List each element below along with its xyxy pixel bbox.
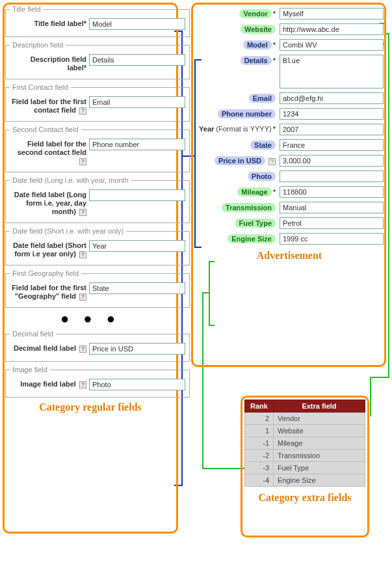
- fieldset-legend: Date field (Short i.e. with year only): [10, 227, 126, 235]
- adv-row-13: Engine Size: [195, 233, 384, 245]
- category-extra-fields-panel: RankExtra field2Vendor1Website-1Mileage-…: [244, 400, 365, 504]
- help-icon[interactable]: ?: [268, 158, 276, 165]
- table-header: Extra field: [274, 400, 365, 413]
- category-regular-fields-panel: Title fieldTitle field label*Description…: [5, 5, 176, 413]
- table-row: -4Engine Size: [245, 474, 365, 487]
- rank-cell: 1: [245, 425, 274, 437]
- field-input[interactable]: [89, 54, 185, 66]
- adv-input[interactable]: [280, 92, 384, 104]
- help-icon[interactable]: ?: [79, 209, 86, 216]
- table-row: 1Website: [245, 425, 365, 437]
- fieldset-legend: Description field: [10, 41, 66, 49]
- adv-row-12: Fuel Type: [195, 217, 384, 229]
- fieldset-6: First Geography fieldField label for the…: [5, 269, 190, 308]
- adv-input[interactable]: [280, 202, 384, 213]
- table-row: -1Mileage: [245, 437, 365, 450]
- rank-cell: -1: [245, 437, 274, 450]
- adv-row-5: Phone number: [195, 108, 384, 120]
- adv-label: State: [195, 139, 276, 150]
- adv-input[interactable]: [280, 233, 384, 245]
- rank-cell: -3: [245, 462, 274, 474]
- field-label: Decimal field label ?: [10, 343, 86, 353]
- adv-input[interactable]: [280, 124, 384, 135]
- adv-input[interactable]: [280, 23, 384, 35]
- field-label: Title field label*: [10, 18, 86, 28]
- help-icon[interactable]: ?: [79, 293, 86, 301]
- fieldset-legend: Second Contact field: [10, 126, 81, 133]
- adv-input[interactable]: [280, 39, 384, 51]
- field-input[interactable]: [89, 379, 185, 390]
- fieldset-7: Decimal fieldDecimal field label ?: [5, 330, 190, 362]
- adv-label: Fuel Type: [195, 217, 276, 228]
- field-label: Date field label (Long form i.e. year, d…: [10, 189, 86, 216]
- adv-label: Website: [195, 23, 276, 34]
- fieldset-8: Image fieldImage field label ?: [5, 366, 190, 398]
- fieldset-4: Date field (Long i.e. with year, monthDa…: [5, 176, 190, 223]
- adv-label: Mileage*: [195, 186, 276, 197]
- help-icon[interactable]: ?: [79, 346, 86, 353]
- field-input[interactable]: [89, 240, 185, 252]
- adv-label: Engine Size: [195, 233, 276, 243]
- fieldset-5: Date field (Short i.e. with year only)Da…: [5, 227, 190, 265]
- adv-label: Phone number: [195, 108, 276, 118]
- fieldset-legend: Date field (Long i.e. with year, month: [10, 176, 131, 184]
- table-row: 2Vendor: [245, 413, 365, 425]
- extra-fields-caption: Category extra fields: [244, 492, 365, 504]
- adv-row-8: Price in USD ?: [195, 155, 384, 167]
- field-label: Description field label*: [10, 54, 86, 72]
- ellipsis-dots: ● ● ●: [5, 310, 176, 327]
- adv-input[interactable]: [280, 8, 384, 20]
- adv-input[interactable]: [280, 186, 384, 198]
- help-icon[interactable]: ?: [79, 158, 86, 165]
- field-input[interactable]: [89, 189, 185, 201]
- name-cell: Engine Size: [274, 474, 365, 487]
- adv-row-7: State: [195, 139, 384, 151]
- adv-row-9: Photo: [195, 170, 384, 182]
- table-row: -3Fuel Type: [245, 462, 365, 474]
- extra-fields-table: RankExtra field2Vendor1Website-1Mileage-…: [244, 400, 365, 487]
- adv-input[interactable]: [280, 217, 384, 229]
- adv-row-0: Vendor*: [195, 8, 384, 20]
- adv-input[interactable]: [280, 170, 384, 182]
- rank-cell: -4: [245, 474, 274, 487]
- field-input[interactable]: [89, 139, 185, 150]
- name-cell: Fuel Type: [274, 462, 365, 474]
- adv-row-2: Model*: [195, 39, 384, 51]
- adv-label: Model*: [195, 39, 276, 49]
- field-label: Image field label ?: [10, 379, 86, 388]
- fieldset-legend: Image field: [10, 366, 50, 373]
- left-caption: Category regular fields: [5, 401, 176, 413]
- adv-label: Vendor*: [195, 8, 276, 18]
- name-cell: Mileage: [274, 437, 365, 450]
- adv-input[interactable]: [280, 108, 384, 120]
- adv-label: Transmission: [195, 202, 276, 212]
- advertisement-panel: Vendor*WebsiteModel*Details*BlueEmailPho…: [195, 8, 384, 262]
- adv-row-10: Mileage*: [195, 186, 384, 198]
- help-icon[interactable]: ?: [79, 251, 86, 258]
- adv-input[interactable]: [280, 155, 384, 167]
- field-label: Field label for the first "Geography" fi…: [10, 282, 86, 301]
- field-input[interactable]: [89, 18, 185, 30]
- field-input[interactable]: [89, 343, 185, 355]
- fieldset-legend: Title field: [10, 5, 44, 13]
- table-row: -2Transmission: [245, 450, 365, 462]
- name-cell: Website: [274, 425, 365, 437]
- advertisement-caption: Advertisement: [195, 250, 384, 262]
- rank-cell: 2: [245, 413, 274, 425]
- name-cell: Vendor: [274, 413, 365, 425]
- fieldset-2: First Contact fieldField label for the f…: [5, 83, 190, 122]
- adv-label: Photo: [195, 170, 276, 181]
- adv-input[interactable]: Blue: [280, 55, 384, 88]
- field-input[interactable]: [89, 96, 185, 108]
- adv-input[interactable]: [280, 139, 384, 151]
- field-label: Field label for the second contact field…: [10, 139, 86, 165]
- help-icon[interactable]: ?: [79, 107, 86, 115]
- fieldset-0: Title fieldTitle field label*: [5, 5, 190, 37]
- adv-label: Price in USD ?: [195, 155, 276, 165]
- field-input[interactable]: [89, 282, 185, 294]
- adv-label: Email: [195, 92, 276, 103]
- fieldset-legend: First Contact field: [10, 83, 71, 91]
- adv-row-3: Details*Blue: [195, 55, 384, 88]
- help-icon[interactable]: ?: [79, 381, 86, 388]
- field-label: Field label for the first contact field …: [10, 96, 86, 115]
